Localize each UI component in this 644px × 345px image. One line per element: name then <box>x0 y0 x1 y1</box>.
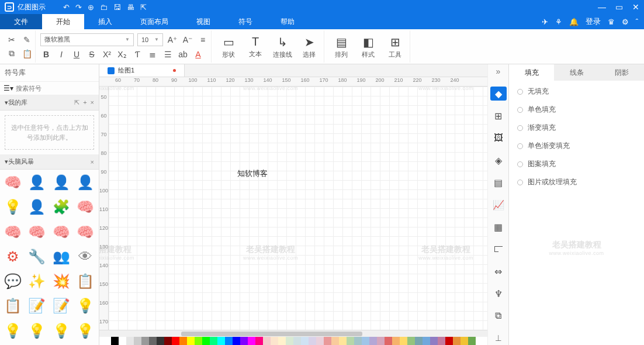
share-icon[interactable]: ⚘ <box>555 18 562 26</box>
symbol-item[interactable]: 📋 <box>75 271 96 292</box>
symbol-item[interactable]: 👤 <box>51 172 72 193</box>
palette-swatch[interactable] <box>164 337 172 345</box>
palette-swatch[interactable] <box>126 337 134 345</box>
canvas-grid[interactable]: 知软博客 老吴搭建教程www.weixiaolive.com 老吴搭建教程www… <box>109 87 487 330</box>
settings-icon[interactable]: ⚙ <box>622 18 629 26</box>
filter-icon[interactable]: ☰▾ <box>4 84 13 92</box>
symbol-item[interactable]: 🧠 <box>75 222 96 243</box>
export-icon[interactable]: ⇱ <box>140 3 147 12</box>
palette-swatch[interactable] <box>347 337 354 345</box>
symbol-item[interactable]: 💬 <box>2 271 23 292</box>
fill-solidgrad-radio[interactable]: 单色渐变填充 <box>517 141 636 151</box>
hierarchy-tool-icon[interactable]: ♆ <box>490 287 507 301</box>
font-name-select[interactable]: 微软雅黑▼ <box>40 33 134 46</box>
palette-swatch[interactable] <box>111 337 119 345</box>
palette-swatch[interactable] <box>172 337 179 345</box>
palette-swatch[interactable] <box>240 337 248 345</box>
brainstorm-header[interactable]: ▾ 头脑风暴 × <box>0 154 99 170</box>
image-tool-icon[interactable]: 🖼 <box>490 131 507 145</box>
line-spacing-icon[interactable]: ≣ <box>147 49 158 60</box>
symbol-item[interactable]: 🧠 <box>51 222 72 243</box>
close-icon[interactable]: ✕ <box>632 2 639 12</box>
palette-swatch[interactable] <box>187 337 195 345</box>
palette-swatch[interactable] <box>453 337 461 345</box>
close-lib-icon[interactable]: × <box>91 99 94 106</box>
palette-swatch[interactable] <box>233 337 240 345</box>
strike-icon[interactable]: S <box>86 49 98 60</box>
ruler-tool-icon[interactable]: ⟂ <box>490 331 507 345</box>
mylib-header[interactable]: ▾ 我的库 ⇱+× <box>0 95 99 111</box>
palette-swatch[interactable] <box>354 337 362 345</box>
palette-swatch[interactable] <box>195 337 202 345</box>
layer-tool-icon[interactable]: ◈ <box>490 153 507 167</box>
font-color-icon[interactable]: A <box>192 49 204 60</box>
palette-swatch[interactable] <box>316 337 324 345</box>
palette-swatch[interactable] <box>362 337 369 345</box>
close-brainstorm-icon[interactable]: × <box>91 158 94 165</box>
text-case-icon[interactable]: ab <box>177 49 189 60</box>
symbol-item[interactable]: 💡 <box>26 320 47 341</box>
fill-image-radio[interactable]: 图片或纹理填充 <box>517 177 636 187</box>
login-link[interactable]: 登录 <box>586 16 601 27</box>
symbol-item[interactable]: 📝 <box>51 295 72 316</box>
italic-icon[interactable]: I <box>56 49 67 60</box>
text-button[interactable]: T文本 <box>243 30 268 63</box>
palette-swatch[interactable] <box>369 337 377 345</box>
symbol-item[interactable]: 📝 <box>26 295 47 316</box>
text-height-icon[interactable]: Ƭ <box>131 49 143 60</box>
minimize-icon[interactable]: — <box>598 2 606 12</box>
menu-layout[interactable]: 页面布局 <box>126 14 182 29</box>
group-tool-icon[interactable]: ⧉ <box>490 309 507 323</box>
increase-font-icon[interactable]: A⁺ <box>167 34 178 46</box>
style-button[interactable]: ◧样式 <box>356 30 380 63</box>
fill-pattern-radio[interactable]: 图案填充 <box>517 159 636 169</box>
palette-swatch[interactable] <box>339 337 347 345</box>
symbol-item[interactable]: 🧠 <box>2 222 23 243</box>
align-tool-icon[interactable]: ⫍ <box>490 242 507 256</box>
symbol-item[interactable]: 💡 <box>2 196 23 218</box>
palette-swatch[interactable] <box>255 337 263 345</box>
symbol-item[interactable]: ✨ <box>26 271 47 292</box>
connector-button[interactable]: ↳连接线 <box>270 30 295 63</box>
palette-swatch[interactable] <box>392 337 400 345</box>
symbol-item[interactable]: 👤 <box>26 172 47 193</box>
palette-swatch[interactable] <box>309 337 316 345</box>
palette-swatch[interactable] <box>134 337 141 345</box>
palette-swatch[interactable] <box>423 337 430 345</box>
distribute-tool-icon[interactable]: ⇔ <box>490 264 507 278</box>
symbol-item[interactable]: 💥 <box>51 271 72 292</box>
fill-tool-icon[interactable]: ◆ <box>490 87 507 101</box>
bell-icon[interactable]: 🔔 <box>569 18 579 26</box>
gift-icon[interactable]: ♛ <box>608 18 615 26</box>
palette-swatch[interactable] <box>210 337 217 345</box>
palette-swatch[interactable] <box>217 337 225 345</box>
palette-swatch[interactable] <box>377 337 385 345</box>
superscript-icon[interactable]: X² <box>101 49 113 60</box>
open-icon[interactable]: 🗀 <box>100 3 108 12</box>
palette-swatch[interactable] <box>324 337 331 345</box>
table-tool-icon[interactable]: ▦ <box>490 220 507 234</box>
palette-swatch[interactable] <box>157 337 164 345</box>
palette-swatch[interactable] <box>149 337 157 345</box>
arrange-button[interactable]: ▤排列 <box>329 30 354 63</box>
grid-tool-icon[interactable]: ⊞ <box>490 109 507 123</box>
menu-start[interactable]: 开始 <box>42 14 84 29</box>
tab-shadow[interactable]: 阴影 <box>599 64 644 81</box>
symbol-item[interactable]: 🧩 <box>51 196 72 218</box>
canvas-text-object[interactable]: 知软博客 <box>237 168 268 179</box>
palette-swatch[interactable] <box>278 337 286 345</box>
add-lib-icon[interactable]: + <box>83 99 86 106</box>
palette-swatch[interactable] <box>119 337 126 345</box>
palette-swatch[interactable] <box>445 337 453 345</box>
bold-icon[interactable]: B <box>40 49 52 60</box>
list-icon[interactable]: ☰ <box>162 49 174 60</box>
symbol-item[interactable]: 💡 <box>2 320 23 341</box>
shape-button[interactable]: ▭形状 <box>216 30 241 63</box>
cut-icon[interactable]: ✂ <box>6 34 18 46</box>
symbol-item[interactable]: 🧠 <box>2 172 23 193</box>
palette-swatch[interactable] <box>202 337 210 345</box>
export-lib-icon[interactable]: ⇱ <box>74 99 79 106</box>
palette-swatch[interactable] <box>286 337 293 345</box>
palette-swatch[interactable] <box>293 337 301 345</box>
symbol-item[interactable]: 💡 <box>51 320 72 341</box>
